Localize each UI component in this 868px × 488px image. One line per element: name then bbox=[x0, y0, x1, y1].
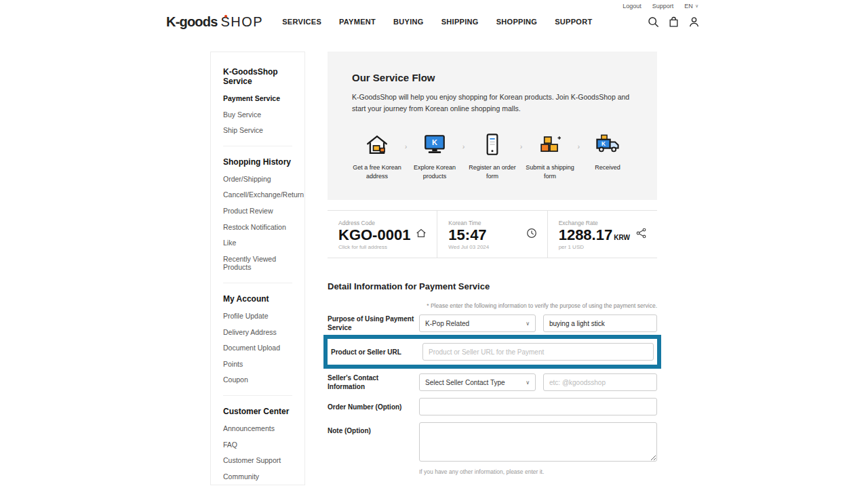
sidebar-section-service: K-GoodsShop Service Payment Service Buy … bbox=[223, 67, 292, 135]
logo-text: K-goods bbox=[166, 14, 218, 29]
flow-step-label: Register an order form bbox=[467, 163, 517, 181]
order-number-label: Order Number (Option) bbox=[328, 403, 419, 411]
payment-detail-note: * Please enter the following information… bbox=[328, 302, 657, 309]
nav-shopping[interactable]: SHOPPING bbox=[496, 18, 537, 26]
header-icons bbox=[648, 16, 700, 28]
sidebar-section-my-account: My Account Profile Update Delivery Addre… bbox=[223, 283, 292, 384]
page-body: K-GoodsShop Service Payment Service Buy … bbox=[0, 52, 868, 488]
exchange-rate-sub: per 1 USD bbox=[559, 244, 630, 250]
address-code-sub: Click for full address bbox=[338, 244, 410, 250]
purpose-row: Purpose of Using Payment Service K-Pop R… bbox=[328, 314, 657, 332]
exchange-rate-label: Exchange Rate bbox=[559, 220, 630, 226]
korean-time-card: Korean Time 15:47 Wed Jul 03 2024 bbox=[437, 211, 547, 258]
chevron-right-icon: › bbox=[578, 142, 580, 150]
shipping-form-icon bbox=[535, 130, 565, 160]
sidebar-item-ship-service[interactable]: Ship Service bbox=[223, 126, 292, 135]
note-textarea[interactable] bbox=[419, 422, 657, 462]
address-code-label: Address Code bbox=[338, 220, 410, 226]
nav-services[interactable]: SERVICES bbox=[282, 18, 321, 26]
sidebar-item-announcements[interactable]: Announcements bbox=[223, 424, 292, 433]
seller-contact-row: Seller's Contact Information Select Sell… bbox=[328, 373, 657, 391]
service-flow-panel: Our Service Flow K-GoodsShop will help y… bbox=[328, 52, 657, 200]
address-code-card[interactable]: Address Code KGO-0001 Click for full add… bbox=[328, 211, 437, 258]
purpose-detail-input[interactable] bbox=[543, 314, 657, 332]
exchange-icon bbox=[635, 227, 648, 242]
sidebar-item-community[interactable]: Community bbox=[223, 472, 292, 481]
support-link[interactable]: Support bbox=[652, 3, 674, 9]
language-selector[interactable]: EN ∨ bbox=[684, 3, 698, 9]
seller-contact-input[interactable] bbox=[543, 373, 657, 391]
korean-address-icon bbox=[362, 130, 392, 160]
flow-step-explore-products: K Explore Korean products bbox=[410, 130, 460, 181]
sidebar-item-coupon[interactable]: Coupon bbox=[223, 375, 292, 384]
seller-contact-select[interactable]: Select Seller Contact Type ∨ bbox=[419, 373, 536, 391]
flow-step-label: Explore Korean products bbox=[410, 163, 460, 181]
main-content: Our Service Flow K-GoodsShop will help y… bbox=[328, 52, 657, 488]
svg-text:K: K bbox=[432, 138, 437, 146]
received-truck-icon: K bbox=[593, 130, 623, 160]
search-icon[interactable] bbox=[648, 16, 659, 28]
url-row-highlight: Product or Seller URL bbox=[328, 339, 657, 365]
nav-shipping[interactable]: SHIPPING bbox=[441, 18, 479, 26]
sidebar-item-profile-update[interactable]: Profile Update bbox=[223, 312, 292, 321]
url-label: Product or Seller URL bbox=[331, 348, 422, 357]
sidebar-item-product-review[interactable]: Product Review bbox=[223, 207, 292, 216]
payment-detail-title: Detail Information for Payment Service bbox=[328, 281, 657, 291]
nav-buying[interactable]: BUYING bbox=[393, 18, 424, 26]
purpose-select-value: K-Pop Related bbox=[425, 320, 469, 327]
flow-step-label: Received bbox=[595, 163, 620, 172]
chevron-down-icon: ∨ bbox=[526, 321, 530, 327]
sidebar-item-customer-support[interactable]: Customer Support bbox=[223, 456, 292, 465]
cart-bag-icon[interactable] bbox=[668, 16, 679, 28]
chevron-down-icon: ∨ bbox=[526, 380, 530, 386]
order-number-input[interactable] bbox=[419, 398, 657, 415]
sidebar-item-recently-viewed[interactable]: Recently Viewed Products bbox=[223, 255, 292, 272]
nav-payment[interactable]: PAYMENT bbox=[339, 18, 376, 26]
sidebar-item-order-shipping[interactable]: Order/Shipping bbox=[223, 175, 292, 184]
chevron-right-icon: › bbox=[520, 142, 523, 150]
order-form-icon bbox=[477, 130, 507, 160]
sidebar-section-title: K-GoodsShop Service bbox=[223, 67, 292, 86]
seller-contact-select-value: Select Seller Contact Type bbox=[425, 379, 505, 386]
explore-products-icon: K bbox=[420, 130, 450, 160]
logout-link[interactable]: Logout bbox=[623, 3, 642, 9]
sidebar-item-delivery-address[interactable]: Delivery Address bbox=[223, 328, 292, 337]
exchange-rate-card: Exchange Rate 1288.17KRW per 1 USD bbox=[547, 211, 657, 258]
flow-step-shipping-form: Submit a shipping form bbox=[525, 130, 575, 181]
logo[interactable]: K-goodsSHOP bbox=[166, 14, 263, 30]
order-number-row: Order Number (Option) bbox=[328, 398, 657, 415]
korean-time-sub: Wed Jul 03 2024 bbox=[448, 244, 489, 250]
chevron-right-icon: › bbox=[405, 142, 408, 150]
note-helper-text: If you have any other information, pleas… bbox=[419, 468, 657, 475]
sidebar-item-buy-service[interactable]: Buy Service bbox=[223, 110, 292, 119]
sidebar-item-document-upload[interactable]: Document Upload bbox=[223, 344, 292, 352]
clock-icon bbox=[526, 227, 538, 242]
sidebar-item-cancel-exchange-return[interactable]: Cancell/Exchange/Return bbox=[223, 190, 292, 199]
sidebar-item-like[interactable]: Like bbox=[223, 239, 292, 247]
language-value: EN bbox=[684, 3, 693, 9]
url-input[interactable] bbox=[422, 343, 654, 361]
sidebar-section-customer-center: Customer Center Announcements FAQ Custom… bbox=[223, 395, 292, 488]
flow-step-label: Get a free Korean address bbox=[352, 163, 402, 181]
service-flow-title: Our Service Flow bbox=[352, 72, 633, 83]
flow-step-order-form: Register an order form bbox=[467, 130, 517, 181]
purpose-select[interactable]: K-Pop Related ∨ bbox=[419, 314, 536, 332]
flow-step-received: K Received bbox=[583, 130, 633, 172]
nav-support[interactable]: SUPPORT bbox=[555, 18, 592, 26]
header: K-goodsSHOP SERVICES PAYMENT BUYING SHIP… bbox=[0, 9, 868, 34]
main-nav: SERVICES PAYMENT BUYING SHIPPING SHOPPIN… bbox=[282, 18, 592, 26]
purpose-label: Purpose of Using Payment Service bbox=[328, 314, 419, 332]
sidebar: K-GoodsShop Service Payment Service Buy … bbox=[210, 52, 305, 485]
account-person-icon[interactable] bbox=[688, 16, 700, 28]
sidebar-section-shopping-history: Shopping History Order/Shipping Cancell/… bbox=[223, 146, 292, 272]
note-label: Note (Option) bbox=[328, 426, 419, 435]
logo-accent-dot bbox=[224, 15, 227, 18]
sidebar-item-restock-notification[interactable]: Restock Notification bbox=[223, 223, 292, 232]
sidebar-item-payment-service[interactable]: Payment Service bbox=[223, 94, 292, 103]
flow-step-label: Submit a shipping form bbox=[525, 163, 575, 181]
sidebar-item-points[interactable]: Points bbox=[223, 360, 292, 369]
sidebar-item-faq[interactable]: FAQ bbox=[223, 441, 292, 449]
korean-time-label: Korean Time bbox=[448, 220, 489, 226]
note-row: Note (Option) bbox=[328, 422, 657, 462]
exchange-rate-value: 1288.17 bbox=[559, 226, 613, 243]
